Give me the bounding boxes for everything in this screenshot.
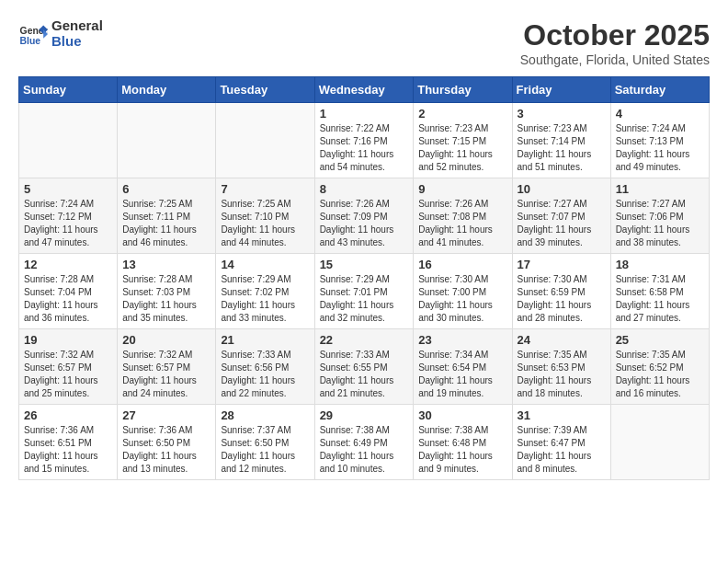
day-number: 29 xyxy=(320,408,409,422)
day-info: Sunrise: 7:29 AM Sunset: 7:01 PM Dayligh… xyxy=(320,273,409,325)
day-header-wednesday: Wednesday xyxy=(314,77,414,103)
calendar-cell: 24Sunrise: 7:35 AM Sunset: 6:53 PM Dayli… xyxy=(512,329,610,405)
calendar-cell: 13Sunrise: 7:28 AM Sunset: 7:03 PM Dayli… xyxy=(118,254,216,329)
calendar-cell xyxy=(610,405,709,480)
day-info: Sunrise: 7:32 AM Sunset: 6:57 PM Dayligh… xyxy=(24,349,112,400)
day-number: 25 xyxy=(616,333,704,347)
day-info: Sunrise: 7:28 AM Sunset: 7:04 PM Dayligh… xyxy=(24,273,112,325)
logo: General Blue General Blue xyxy=(18,18,103,49)
calendar-cell: 9Sunrise: 7:26 AM Sunset: 7:08 PM Daylig… xyxy=(414,178,512,254)
day-info: Sunrise: 7:35 AM Sunset: 6:52 PM Dayligh… xyxy=(616,349,704,400)
day-info: Sunrise: 7:23 AM Sunset: 7:14 PM Dayligh… xyxy=(518,122,606,174)
calendar-cell xyxy=(216,103,314,178)
calendar-cell: 18Sunrise: 7:31 AM Sunset: 6:58 PM Dayli… xyxy=(610,254,709,329)
day-info: Sunrise: 7:33 AM Sunset: 6:56 PM Dayligh… xyxy=(221,349,309,400)
day-info: Sunrise: 7:34 AM Sunset: 6:54 PM Dayligh… xyxy=(418,349,506,400)
day-number: 21 xyxy=(221,333,309,347)
calendar-cell: 27Sunrise: 7:36 AM Sunset: 6:50 PM Dayli… xyxy=(118,405,216,480)
logo-text-blue: Blue xyxy=(51,34,103,50)
day-info: Sunrise: 7:24 AM Sunset: 7:13 PM Dayligh… xyxy=(616,122,704,174)
day-info: Sunrise: 7:39 AM Sunset: 6:47 PM Dayligh… xyxy=(518,424,606,476)
day-info: Sunrise: 7:25 AM Sunset: 7:11 PM Dayligh… xyxy=(122,198,210,249)
day-info: Sunrise: 7:27 AM Sunset: 7:07 PM Dayligh… xyxy=(518,198,606,249)
day-number: 7 xyxy=(221,182,309,196)
month-title: October 2025 xyxy=(520,18,710,52)
day-number: 13 xyxy=(122,258,210,271)
day-info: Sunrise: 7:38 AM Sunset: 6:48 PM Dayligh… xyxy=(418,424,506,476)
day-info: Sunrise: 7:22 AM Sunset: 7:16 PM Dayligh… xyxy=(320,122,409,174)
day-number: 22 xyxy=(320,333,409,347)
day-number: 27 xyxy=(122,408,210,422)
day-number: 30 xyxy=(418,408,506,422)
day-number: 23 xyxy=(418,333,506,347)
calendar-cell: 28Sunrise: 7:37 AM Sunset: 6:50 PM Dayli… xyxy=(216,405,314,480)
day-number: 16 xyxy=(418,258,506,271)
title-block: October 2025 Southgate, Florida, United … xyxy=(520,18,710,67)
calendar-cell: 11Sunrise: 7:27 AM Sunset: 7:06 PM Dayli… xyxy=(610,178,709,254)
calendar-cell: 8Sunrise: 7:26 AM Sunset: 7:09 PM Daylig… xyxy=(314,178,414,254)
day-number: 31 xyxy=(518,408,606,422)
calendar-cell xyxy=(118,103,216,178)
logo-icon: General Blue xyxy=(18,19,48,49)
calendar-cell: 3Sunrise: 7:23 AM Sunset: 7:14 PM Daylig… xyxy=(512,103,610,178)
day-info: Sunrise: 7:36 AM Sunset: 6:50 PM Dayligh… xyxy=(122,424,210,476)
day-info: Sunrise: 7:37 AM Sunset: 6:50 PM Dayligh… xyxy=(221,424,309,476)
calendar-table: SundayMondayTuesdayWednesdayThursdayFrid… xyxy=(18,76,710,480)
day-info: Sunrise: 7:28 AM Sunset: 7:03 PM Dayligh… xyxy=(122,273,210,325)
day-header-monday: Monday xyxy=(118,77,216,103)
day-number: 4 xyxy=(616,107,704,121)
day-info: Sunrise: 7:38 AM Sunset: 6:49 PM Dayligh… xyxy=(320,424,409,476)
day-info: Sunrise: 7:27 AM Sunset: 7:06 PM Dayligh… xyxy=(616,198,704,249)
day-number: 10 xyxy=(518,182,606,196)
calendar-cell: 30Sunrise: 7:38 AM Sunset: 6:48 PM Dayli… xyxy=(414,405,512,480)
day-header-sunday: Sunday xyxy=(19,77,118,103)
day-number: 15 xyxy=(320,258,409,271)
day-info: Sunrise: 7:24 AM Sunset: 7:12 PM Dayligh… xyxy=(24,198,112,249)
day-number: 14 xyxy=(221,258,309,271)
day-header-friday: Friday xyxy=(512,77,610,103)
calendar-cell: 6Sunrise: 7:25 AM Sunset: 7:11 PM Daylig… xyxy=(118,178,216,254)
day-header-thursday: Thursday xyxy=(414,77,512,103)
calendar-cell: 21Sunrise: 7:33 AM Sunset: 6:56 PM Dayli… xyxy=(216,329,314,405)
calendar-cell: 25Sunrise: 7:35 AM Sunset: 6:52 PM Dayli… xyxy=(610,329,709,405)
day-number: 28 xyxy=(221,408,309,422)
day-header-tuesday: Tuesday xyxy=(216,77,314,103)
calendar-cell: 20Sunrise: 7:32 AM Sunset: 6:57 PM Dayli… xyxy=(118,329,216,405)
day-number: 12 xyxy=(24,258,112,271)
calendar-cell: 2Sunrise: 7:23 AM Sunset: 7:15 PM Daylig… xyxy=(414,103,512,178)
day-number: 6 xyxy=(122,182,210,196)
day-info: Sunrise: 7:23 AM Sunset: 7:15 PM Dayligh… xyxy=(418,122,506,174)
calendar-cell: 16Sunrise: 7:30 AM Sunset: 7:00 PM Dayli… xyxy=(414,254,512,329)
calendar-cell: 22Sunrise: 7:33 AM Sunset: 6:55 PM Dayli… xyxy=(314,329,414,405)
day-info: Sunrise: 7:35 AM Sunset: 6:53 PM Dayligh… xyxy=(518,349,606,400)
calendar-cell: 4Sunrise: 7:24 AM Sunset: 7:13 PM Daylig… xyxy=(610,103,709,178)
day-number: 24 xyxy=(518,333,606,347)
logo-text-general: General xyxy=(51,18,103,34)
calendar-cell: 10Sunrise: 7:27 AM Sunset: 7:07 PM Dayli… xyxy=(512,178,610,254)
calendar-cell: 12Sunrise: 7:28 AM Sunset: 7:04 PM Dayli… xyxy=(19,254,118,329)
day-number: 1 xyxy=(320,107,409,121)
day-number: 8 xyxy=(320,182,409,196)
calendar-cell: 23Sunrise: 7:34 AM Sunset: 6:54 PM Dayli… xyxy=(414,329,512,405)
page-header: General Blue General Blue October 2025 S… xyxy=(18,18,710,67)
calendar-cell: 1Sunrise: 7:22 AM Sunset: 7:16 PM Daylig… xyxy=(314,103,414,178)
calendar-cell xyxy=(19,103,118,178)
day-info: Sunrise: 7:25 AM Sunset: 7:10 PM Dayligh… xyxy=(221,198,309,249)
day-number: 26 xyxy=(24,408,112,422)
day-number: 9 xyxy=(418,182,506,196)
day-number: 2 xyxy=(418,107,506,121)
day-number: 11 xyxy=(616,182,704,196)
calendar-cell: 29Sunrise: 7:38 AM Sunset: 6:49 PM Dayli… xyxy=(314,405,414,480)
calendar-cell: 31Sunrise: 7:39 AM Sunset: 6:47 PM Dayli… xyxy=(512,405,610,480)
calendar-cell: 7Sunrise: 7:25 AM Sunset: 7:10 PM Daylig… xyxy=(216,178,314,254)
calendar-cell: 14Sunrise: 7:29 AM Sunset: 7:02 PM Dayli… xyxy=(216,254,314,329)
day-number: 17 xyxy=(518,258,606,271)
calendar-cell: 5Sunrise: 7:24 AM Sunset: 7:12 PM Daylig… xyxy=(19,178,118,254)
day-info: Sunrise: 7:36 AM Sunset: 6:51 PM Dayligh… xyxy=(24,424,112,476)
day-info: Sunrise: 7:30 AM Sunset: 7:00 PM Dayligh… xyxy=(418,273,506,325)
calendar-cell: 17Sunrise: 7:30 AM Sunset: 6:59 PM Dayli… xyxy=(512,254,610,329)
day-number: 18 xyxy=(616,258,704,271)
day-number: 19 xyxy=(24,333,112,347)
day-info: Sunrise: 7:32 AM Sunset: 6:57 PM Dayligh… xyxy=(122,349,210,400)
location-subtitle: Southgate, Florida, United States xyxy=(520,52,710,67)
